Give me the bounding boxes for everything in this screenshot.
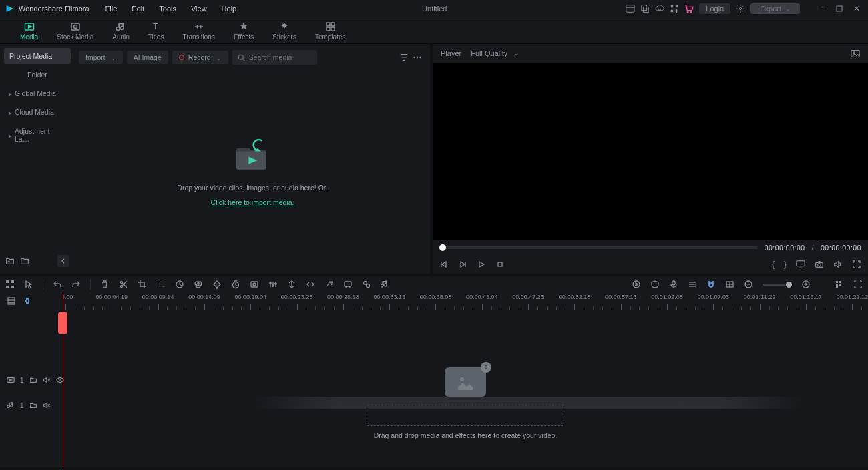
search-input[interactable]: Search media (232, 50, 317, 65)
window-close-button[interactable]: ✕ (851, 3, 863, 15)
apps-icon[interactable] (670, 4, 679, 13)
mute-track-icon[interactable] (43, 376, 51, 384)
menu-view[interactable]: View (184, 2, 214, 15)
timeline-ruler[interactable]: 00:0000:00:04:1900:00:09:1400:00:14:0900… (63, 292, 868, 310)
speed-icon[interactable] (175, 280, 184, 289)
folder-small-icon[interactable] (29, 376, 37, 384)
text-tool-icon[interactable]: T⌄ (156, 280, 166, 289)
folder-small-icon-2[interactable] (29, 401, 37, 409)
window-maximize-button[interactable] (833, 3, 845, 15)
mute-audio-track-icon[interactable] (43, 401, 51, 409)
tab-stock-media[interactable]: Stock Media (57, 21, 93, 43)
mark-in-icon[interactable]: { (772, 260, 775, 269)
layout-icon[interactable] (626, 4, 635, 13)
window-minimize-button[interactable]: ─ (816, 3, 828, 15)
settings-gear-icon[interactable] (736, 4, 745, 13)
menu-edit[interactable]: Edit (125, 2, 151, 15)
keyframe-icon[interactable] (212, 280, 222, 289)
menu-help[interactable]: Help (215, 2, 244, 15)
audio-track-header[interactable]: 1 (0, 393, 63, 418)
tab-media[interactable]: Media (20, 21, 38, 43)
sidebar-adjustment-layers[interactable]: Adjustment La… (4, 123, 71, 147)
track-manager-icon[interactable] (7, 296, 16, 306)
adjust-icon[interactable] (268, 280, 278, 289)
zoom-out-icon[interactable] (744, 280, 753, 289)
frame-icon[interactable] (725, 280, 734, 289)
svg-rect-41 (6, 280, 9, 283)
timer-icon[interactable] (231, 280, 240, 289)
prev-frame-icon[interactable] (439, 260, 449, 269)
camera-icon[interactable] (815, 260, 824, 269)
effects-tool-icon[interactable] (324, 280, 334, 289)
stop-icon[interactable] (495, 260, 505, 269)
player-quality-dropdown[interactable]: Full Quality (471, 49, 519, 57)
menu-file[interactable]: File (99, 2, 124, 15)
group-icon[interactable] (306, 280, 315, 289)
link-icon[interactable] (362, 280, 371, 289)
cart-icon[interactable] (684, 4, 694, 13)
mask-icon[interactable] (250, 280, 259, 289)
auto-ripple-icon[interactable] (23, 296, 32, 306)
duplicate-icon[interactable] (640, 4, 650, 13)
tab-titles[interactable]: T Titles (148, 21, 164, 43)
new-folder-icon[interactable] (5, 256, 15, 266)
color-icon[interactable] (194, 280, 203, 289)
filter-icon[interactable] (399, 53, 409, 62)
import-link[interactable]: Click here to import media. (211, 198, 294, 206)
more-icon[interactable] (413, 53, 422, 62)
mark-out-icon[interactable]: } (784, 260, 787, 269)
ai-image-button[interactable]: AI Image (127, 51, 168, 64)
playhead[interactable] (63, 292, 63, 467)
display-icon[interactable] (796, 260, 805, 269)
audio-tool-icon[interactable] (381, 280, 390, 289)
redo-icon[interactable] (71, 280, 81, 289)
add-clip-plus-icon[interactable]: + (481, 362, 491, 373)
marker-icon[interactable] (343, 280, 353, 289)
export-button[interactable]: Export⌄ (750, 3, 800, 14)
cloud-upload-icon[interactable] (655, 4, 664, 13)
tab-templates[interactable]: Templates (315, 21, 346, 43)
player-scrubber[interactable]: 00:00:00:00 / 00:00:00:00 (433, 240, 868, 255)
next-frame-icon[interactable] (458, 260, 467, 269)
tab-audio[interactable]: Audio (112, 21, 130, 43)
zoom-in-icon[interactable] (801, 280, 811, 289)
svg-rect-44 (11, 286, 14, 288)
menu-tools[interactable]: Tools (152, 2, 183, 15)
media-drop-area[interactable]: Drop your video clips, images, or audio … (75, 67, 430, 274)
arrange-icon[interactable] (5, 280, 15, 289)
svg-point-30 (853, 52, 855, 54)
snap-icon[interactable] (706, 280, 716, 289)
sidebar-project-media[interactable]: Project Media (4, 48, 71, 64)
effects-icon (238, 21, 249, 32)
crop-icon[interactable] (138, 280, 147, 289)
tab-stickers[interactable]: Stickers (272, 21, 296, 43)
zoom-slider[interactable] (763, 284, 792, 286)
mixer-icon[interactable] (688, 280, 697, 289)
fullscreen-icon[interactable] (852, 260, 861, 269)
import-dropdown[interactable]: Import (79, 51, 123, 64)
delete-icon[interactable] (100, 280, 110, 289)
selection-tool-icon[interactable] (24, 280, 33, 289)
sidebar-global-media[interactable]: Global Media (4, 85, 71, 101)
sidebar-cloud-media[interactable]: Cloud Media (4, 104, 71, 120)
undo-icon[interactable] (53, 280, 62, 289)
tab-transitions[interactable]: Transitions (182, 21, 215, 43)
fit-icon[interactable] (853, 280, 863, 289)
split-icon[interactable] (119, 280, 128, 289)
tab-effects[interactable]: Effects (234, 21, 254, 43)
login-button[interactable]: Login (699, 3, 730, 14)
timeline-tracks[interactable]: + Drag and drop media and effects here t… (63, 310, 868, 467)
shield-icon[interactable] (650, 280, 660, 289)
mic-icon[interactable] (669, 280, 678, 289)
record-dropdown[interactable]: Record (172, 51, 228, 64)
video-track-header[interactable]: 1 (0, 367, 63, 393)
new-bin-icon[interactable] (20, 256, 29, 266)
collapse-sidebar-button[interactable] (57, 255, 69, 267)
play-icon[interactable] (477, 260, 486, 269)
player-viewport[interactable] (433, 63, 868, 240)
track-display-icon[interactable] (835, 280, 844, 289)
align-icon[interactable] (287, 280, 296, 289)
record-tl-icon[interactable] (632, 280, 641, 289)
snapshot-icon[interactable] (851, 49, 860, 58)
volume-icon[interactable] (833, 260, 843, 269)
